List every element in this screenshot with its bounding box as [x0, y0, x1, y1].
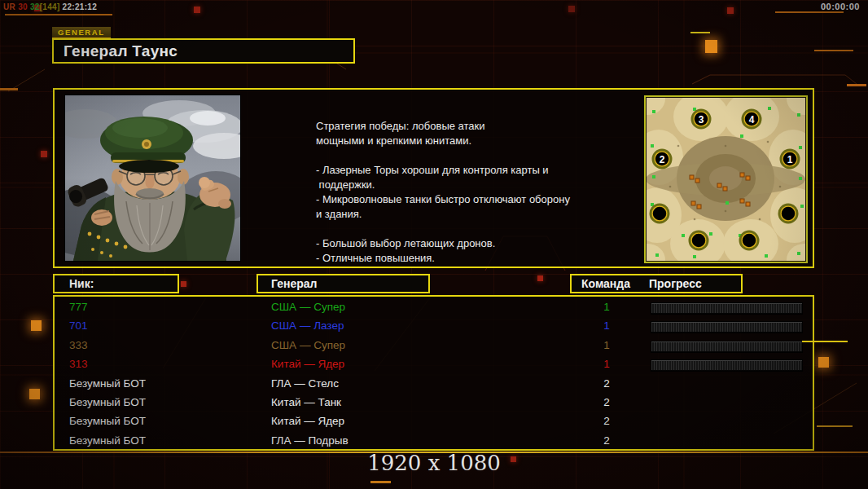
strategy-text: Стратегия победы: лобовые атакимощными и… [316, 119, 609, 266]
progress-header-label: Прогресс [649, 275, 702, 292]
general-header-label: Генерал [271, 275, 318, 292]
player-nick: 313 [69, 355, 88, 373]
strategy-line: - Большой выбор летающих дронов. [316, 236, 609, 251]
nick-column-header: Ник: [53, 274, 179, 293]
strategy-line: - Микроволновые танки быстро отключают о… [316, 192, 609, 207]
decor-line [690, 32, 710, 33]
decor-line [370, 481, 391, 483]
strategy-line: - Отличные повышения. [316, 251, 609, 266]
player-nick: 701 [69, 317, 88, 335]
decor-square [727, 7, 734, 14]
nick-header-label: Ник: [69, 275, 94, 292]
map-start-position: 1 [787, 154, 793, 165]
team-header-label: Команда [581, 275, 630, 292]
decor-line [0, 88, 18, 90]
player-team: 2 [595, 394, 618, 412]
player-general: США — Супер [271, 298, 345, 316]
player-nick: Безумный БОТ [69, 432, 146, 450]
player-nick: Безумный БОТ [69, 412, 146, 430]
strategy-line: поддержки. [316, 178, 609, 192]
decor-square [568, 6, 575, 12]
loading-screen: UR 30 32[144] 22:21:12 00:00:00 GENERAL … [0, 0, 868, 489]
general-info-panel: Стратегия победы: лобовые атакимощными и… [53, 88, 814, 268]
debug-stat: [144] [40, 2, 63, 11]
player-general: Китай — Ядер [271, 355, 344, 373]
player-nick: 777 [69, 298, 88, 316]
load-progress-bar [651, 360, 802, 371]
player-general: ГЛА — Стелс [271, 375, 339, 393]
decor-line [814, 50, 853, 51]
strategy-line [316, 222, 609, 236]
load-progress-bar [651, 322, 802, 333]
player-nick: Безумный БОТ [69, 375, 146, 393]
table-row: 313Китай — Ядер1 [55, 355, 813, 373]
debug-stat: 22:21:12 [63, 2, 97, 11]
team-progress-column-header: Команда Прогресс [570, 274, 743, 293]
player-team: 1 [595, 298, 618, 316]
player-team: 1 [595, 355, 618, 373]
player-general: Китай — Ядер [271, 412, 344, 430]
map-preview: 3421 [644, 95, 808, 263]
decor-line [847, 84, 866, 86]
player-nick: 333 [69, 337, 88, 355]
resolution-watermark: 1920 x 1080 [0, 451, 868, 475]
decor-square [537, 275, 543, 281]
general-name: Генерал Таунс [54, 40, 353, 62]
match-timer: 00:00:00 [821, 2, 860, 11]
decor-line [5, 14, 112, 15]
map-start-position: 2 [660, 154, 665, 165]
player-team: 1 [595, 337, 618, 355]
table-row: Безумный БОТКитай — Танк2 [55, 394, 813, 412]
player-general: Китай — Танк [271, 394, 341, 412]
decor-square [41, 151, 47, 157]
player-team: 1 [595, 317, 618, 335]
load-progress-bar [651, 341, 802, 352]
map-start-position: 4 [749, 114, 755, 126]
strategy-line: мощными и крепкими юнитами. [316, 134, 609, 148]
decor-line [817, 425, 853, 427]
table-row: Безумный БОТГЛА — Подрыв2 [55, 432, 813, 450]
table-row: 333США — Супер1 [55, 337, 813, 355]
general-tab-label: GENERAL [52, 27, 111, 39]
player-nick: Безумный БОТ [69, 394, 146, 412]
player-table: 777США — Супер1701США — Лазер1333США — С… [53, 295, 814, 451]
table-row: Безумный БОТГЛА — Стелс2 [55, 375, 813, 393]
player-team: 2 [595, 412, 618, 430]
decor-square [194, 7, 200, 13]
load-progress-bar [651, 303, 802, 314]
debug-stats: UR 30 32[144] 22:21:12 [3, 2, 97, 11]
decor-line [802, 341, 848, 342]
strategy-line: Стратегия победы: лобовые атаки [316, 119, 609, 134]
table-row: Безумный БОТКитай — Ядер2 [55, 412, 813, 430]
debug-stat: UR [3, 2, 18, 11]
decor-line [775, 11, 844, 13]
strategy-line: - Лазерные Торы хороши для контроля карт… [316, 163, 609, 178]
player-team: 2 [595, 432, 618, 450]
decor-square [29, 389, 40, 399]
player-team: 2 [595, 375, 618, 393]
player-general: ГЛА — Подрыв [271, 432, 349, 450]
strategy-line [316, 148, 609, 163]
decor-square [705, 40, 717, 53]
map-start-position: 3 [699, 114, 704, 126]
general-title-box: Генерал Таунс [52, 38, 355, 64]
debug-stat: 32 [30, 2, 40, 11]
player-general: США — Супер [271, 337, 345, 355]
general-portrait [65, 95, 240, 261]
player-general: США — Лазер [271, 317, 344, 335]
general-column-header: Генерал [256, 274, 430, 293]
table-row: 701США — Лазер1 [55, 317, 813, 335]
decor-square [818, 357, 829, 368]
decor-square [181, 281, 186, 287]
decor-square [31, 320, 42, 331]
debug-stat: 30 [18, 2, 30, 11]
strategy-line: и здания. [316, 207, 609, 222]
table-row: 777США — Супер1 [55, 298, 813, 316]
